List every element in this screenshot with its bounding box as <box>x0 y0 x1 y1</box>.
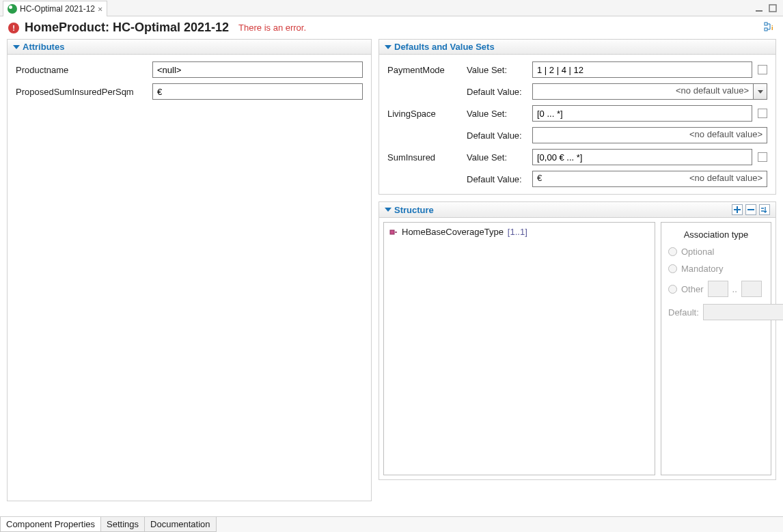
assoc-other-dots: .. <box>732 284 737 294</box>
chevron-down-icon <box>758 90 763 94</box>
assoc-optional-label: Optional <box>681 247 714 257</box>
suminsured-default-input[interactable]: € <no default value> <box>532 171 767 187</box>
close-icon[interactable]: ✕ <box>98 4 102 14</box>
default-name: PaymentMode <box>387 65 467 75</box>
tree-node-name: HomeBaseCoverageType <box>402 227 504 237</box>
paymentmode-valueset-input[interactable] <box>532 61 752 78</box>
suminsured-default-prefix: € <box>537 173 542 183</box>
structure-panel: HomeBaseCoverageType [1..1] Association … <box>379 218 776 480</box>
suminsured-check[interactable] <box>758 152 767 162</box>
minimize-icon[interactable] <box>754 3 764 13</box>
valueset-label: Value Set: <box>467 109 532 119</box>
suminsured-default-value: <no default value> <box>689 173 763 183</box>
productname-input[interactable] <box>152 61 363 78</box>
assoc-default-input[interactable] <box>703 304 783 320</box>
attributes-panel: Productname ProposedSumInsuredPerSqm <box>7 55 372 501</box>
assoc-default-label: Default: <box>668 307 699 318</box>
suminsured-valueset-input[interactable] <box>532 149 752 165</box>
assoc-optional-radio[interactable] <box>668 247 677 256</box>
defaults-title: Defaults and Value Sets <box>394 42 495 52</box>
association-title: Association type <box>668 229 764 240</box>
chevron-down-icon <box>13 45 20 49</box>
assoc-default-row: Default: <box>668 304 764 320</box>
tab-settings[interactable]: Settings <box>100 517 145 532</box>
svg-rect-7 <box>747 209 754 210</box>
tab-component-properties[interactable]: Component Properties <box>0 517 101 532</box>
product-icon <box>8 4 17 14</box>
default-name: SumInsured <box>387 152 467 163</box>
valueset-label: Value Set: <box>467 65 532 75</box>
title-bar: ! HomeProduct: HC-Optimal 2021-12 There … <box>0 16 783 39</box>
svg-rect-1 <box>769 5 776 12</box>
default-name: LivingSpace <box>387 109 467 119</box>
svg-rect-3 <box>765 28 767 31</box>
livingspace-valueset-input[interactable] <box>532 105 752 122</box>
tree-node[interactable]: HomeBaseCoverageType [1..1] <box>389 227 649 237</box>
structure-tree[interactable]: HomeBaseCoverageType [1..1] <box>383 222 655 475</box>
structure-overflow-button[interactable] <box>759 204 770 215</box>
attributes-title: Attributes <box>23 42 64 52</box>
paymentmode-default-input[interactable]: <no default value> <box>532 83 754 100</box>
bottom-tabbar: Component Properties Settings Documentat… <box>0 516 783 532</box>
attribute-row: Productname <box>16 61 363 78</box>
livingspace-check[interactable] <box>758 109 767 118</box>
structure-header[interactable]: Structure <box>379 201 776 218</box>
svg-rect-0 <box>756 10 763 12</box>
defaultvalue-label: Default Value: <box>467 87 532 97</box>
assoc-mandatory-radio[interactable] <box>668 264 677 273</box>
defaultvalue-label: Default Value: <box>467 130 532 141</box>
error-icon: ! <box>8 23 19 33</box>
window-controls <box>754 3 780 13</box>
page-title: HomeProduct: HC-Optimal 2021-12 <box>25 20 229 35</box>
attribute-label: Productname <box>16 65 152 75</box>
tree-node-cardinality: [1..1] <box>508 227 527 237</box>
error-message: There is an error. <box>238 23 306 33</box>
paymentmode-default-dropdown[interactable] <box>754 83 767 100</box>
valueset-label: Value Set: <box>467 152 532 163</box>
paymentmode-check[interactable] <box>758 65 767 74</box>
defaults-header[interactable]: Defaults and Value Sets <box>379 39 776 55</box>
maximize-icon[interactable] <box>768 3 778 13</box>
structure-title: Structure <box>394 205 434 215</box>
link-icon[interactable]: i <box>764 21 775 34</box>
chevron-down-icon <box>385 45 392 49</box>
attributes-header[interactable]: Attributes <box>7 39 372 55</box>
defaultvalue-label: Default Value: <box>467 174 532 184</box>
assoc-other-label: Other <box>681 284 704 294</box>
attribute-row: ProposedSumInsuredPerSqm <box>16 83 363 100</box>
proposedsuminsuredpersqm-input[interactable] <box>152 83 363 100</box>
svg-rect-6 <box>734 209 741 210</box>
assoc-other-row: Other .. <box>668 281 764 297</box>
editor-tab-title: HC-Optimal 2021-12 <box>20 4 95 14</box>
svg-rect-8 <box>390 230 394 234</box>
component-type-icon <box>389 228 398 236</box>
assoc-other-min-input[interactable] <box>708 281 728 297</box>
assoc-mandatory-row: Mandatory <box>668 264 764 274</box>
defaults-panel: PaymentMode Value Set: Default Value: <n… <box>379 55 776 195</box>
assoc-other-max-input[interactable] <box>741 281 762 297</box>
tab-documentation[interactable]: Documentation <box>144 517 216 532</box>
editor-tabbar: HC-Optimal 2021-12 ✕ <box>0 0 783 16</box>
assoc-mandatory-label: Mandatory <box>681 264 723 274</box>
chevron-down-icon <box>385 208 392 212</box>
assoc-other-radio[interactable] <box>668 285 677 294</box>
svg-text:i: i <box>771 25 773 31</box>
assoc-optional-row: Optional <box>668 247 764 257</box>
association-pane: Association type Optional Mandatory Othe… <box>661 222 771 475</box>
add-structure-button[interactable] <box>732 204 743 215</box>
svg-rect-2 <box>765 23 767 25</box>
remove-structure-button[interactable] <box>745 204 756 215</box>
editor-tab[interactable]: HC-Optimal 2021-12 ✕ <box>3 1 107 16</box>
livingspace-default-input[interactable]: <no default value> <box>532 127 767 143</box>
attribute-label: ProposedSumInsuredPerSqm <box>16 87 152 97</box>
